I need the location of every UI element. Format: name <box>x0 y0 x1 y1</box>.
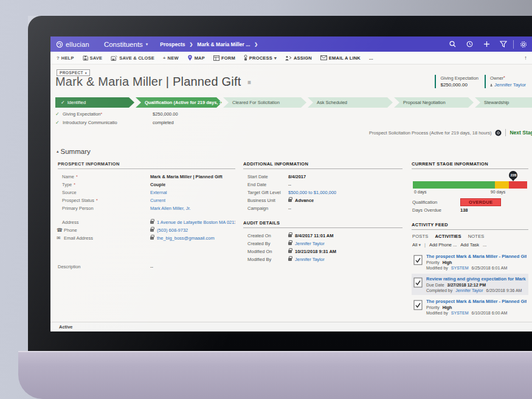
task-icon <box>413 277 423 293</box>
save-and-close-button[interactable]: SAVE & CLOSE <box>111 55 154 61</box>
lock-icon <box>288 199 292 202</box>
prospect-information-heading: PROSPECT INFORMATION <box>58 161 235 169</box>
add-task-button[interactable]: Add Task <box>460 242 479 248</box>
process-options-icon[interactable] <box>495 130 502 136</box>
field-value-link[interactable]: 1 Avenue de Lafayette Boston MA 02111-17… <box>150 218 235 226</box>
breadcrumb-record[interactable]: Mark & Maria Miller ... <box>197 41 250 47</box>
desk-scene: ellucian Constituents ▾ Prospects ❯ Mark… <box>0 0 532 399</box>
help-button[interactable]: ? HELP <box>57 55 74 61</box>
field-row-qualification-status: Qualification OVERDUE <box>412 198 528 206</box>
field-value[interactable]: 8/4/2017 <box>288 173 306 181</box>
giving-expectation-value[interactable]: $250,000.00 <box>440 82 478 88</box>
activity-title-link[interactable]: The prospect Mark & Maria Miller - Plann… <box>426 254 527 259</box>
field-row-phone: ☎Phone (503) 608-9732 <box>58 226 235 234</box>
field-value-link[interactable]: $500,000 to $1,000,000 <box>288 189 336 196</box>
stage-qualification[interactable]: Qualification (Active for 219 days, 18 h… <box>136 97 222 108</box>
activity-feed-tabs: POSTS ACTIVITIES NOTES <box>412 234 528 239</box>
form-grid-icon <box>213 55 219 61</box>
field-value[interactable]: -- <box>288 204 291 212</box>
field-value-link[interactable]: Jennifer Taylor <box>288 255 325 263</box>
field-value[interactable]: -- <box>288 181 291 189</box>
user-link[interactable]: SYSTEM <box>451 311 469 315</box>
assign-people-icon <box>285 55 292 61</box>
activity-feed-heading: ACTIVITY FEED <box>412 222 528 230</box>
nav-divider <box>513 40 514 49</box>
field-row-email: ✉Email Address the_big_boss@gmaaail.com <box>58 234 235 242</box>
settings-gear-icon[interactable] <box>515 36 532 52</box>
field-value-link[interactable]: (503) 608-9732 <box>150 226 188 234</box>
stage-ask-scheduled[interactable]: Ask Scheduled <box>308 97 393 108</box>
brand-logo[interactable]: ellucian <box>50 41 97 48</box>
stage-duration-bar: 228 0 days 90 days <box>413 181 527 196</box>
field-value[interactable]: Mark & Maria Miller | Planned Gift <box>150 173 223 181</box>
field-row-prospect-status: Prospect Status* Current <box>58 196 235 204</box>
field-value[interactable]: Couple <box>150 181 165 189</box>
more-commands-button[interactable]: ... <box>369 55 373 61</box>
tab-posts[interactable]: POSTS <box>412 234 428 239</box>
chevron-down-icon: ▾ <box>274 55 277 61</box>
field-row-created-on: Created On 8/4/2017 11:01 AM <box>243 232 402 240</box>
user-link[interactable]: SYSTEM <box>451 266 469 270</box>
field-value-link[interactable]: External <box>150 189 167 196</box>
checklist-value[interactable]: completed <box>153 119 174 127</box>
activity-item-selected[interactable]: Review rating and giving expectation for… <box>412 274 528 295</box>
field-value[interactable]: 10/21/2018 9:31 AM <box>288 248 336 255</box>
next-stage-button[interactable]: Next Stage ▸ <box>510 130 532 136</box>
chevron-right-icon: ❯ <box>254 42 258 47</box>
activity-title-link[interactable]: The prospect Mark & Maria Miller - Plann… <box>426 299 527 304</box>
email-link-button[interactable]: EMAIL A LINK <box>320 55 361 61</box>
field-value-link[interactable]: the_big_boss@gmaaail.com <box>150 234 215 242</box>
summary-section-heading[interactable]: ▴Summary <box>57 148 91 155</box>
activity-item[interactable]: The prospect Mark & Maria Miller - Plann… <box>412 296 528 317</box>
divider <box>505 129 506 136</box>
stage-stewardship[interactable]: Stewardship <box>475 97 532 108</box>
field-value-link[interactable]: Jennifer Taylor <box>288 240 325 248</box>
page-title: Mark & Maria Miller | Planned Gift ≡ <box>55 75 251 89</box>
field-row-source: Source External <box>58 189 235 196</box>
filter-icon[interactable] <box>495 36 512 52</box>
checklist-value[interactable]: $250,000.00 <box>153 110 178 119</box>
help-icon: ? <box>57 55 60 61</box>
save-close-icon <box>111 55 117 61</box>
field-row-name: Name* Mark & Maria Miller | Planned Gift <box>58 173 235 181</box>
process-button[interactable]: PROCESS ▾ <box>244 55 277 61</box>
monitor-stand-chin <box>18 351 532 399</box>
new-button[interactable]: + NEW <box>163 55 179 61</box>
activity-title-link[interactable]: Review rating and giving expectation for… <box>426 276 527 282</box>
save-button[interactable]: SAVE <box>83 55 103 61</box>
map-button[interactable]: MAP <box>187 55 205 61</box>
filter-all-dropdown[interactable]: All ▾ <box>412 242 421 248</box>
stage-identified[interactable]: ✓Identified <box>55 97 134 108</box>
check-icon: ✓ <box>61 100 65 105</box>
bar-segment-overdue <box>509 181 527 189</box>
app-menu-constituents[interactable]: Constituents ▾ <box>97 36 155 52</box>
more-actions-button[interactable]: ... <box>483 242 486 248</box>
field-value-link[interactable]: Mark Allen Miller, Jr. <box>150 204 191 212</box>
collapse-ribbon-icon[interactable]: ↑ <box>524 55 527 61</box>
owner-label: Owner* <box>490 75 526 81</box>
assign-button[interactable]: ASSIGN <box>285 55 312 61</box>
user-link[interactable]: Jennifer Taylor <box>455 288 483 293</box>
add-phone-call-button[interactable]: Add Phone ... <box>429 242 457 248</box>
form-selector-icon[interactable]: ≡ <box>247 79 251 86</box>
search-icon[interactable] <box>444 36 461 52</box>
owner-value[interactable]: Jennifer Taylor <box>490 82 526 88</box>
breadcrumb-prospects[interactable]: Prospects <box>160 41 185 47</box>
quick-create-plus-icon[interactable] <box>478 36 495 52</box>
email-link-icon <box>320 55 327 60</box>
lock-icon <box>150 229 154 232</box>
tab-notes[interactable]: NOTES <box>468 234 485 239</box>
tab-activities[interactable]: ACTIVITIES <box>435 234 461 239</box>
activity-item[interactable]: The prospect Mark & Maria Miller - Plann… <box>412 251 528 272</box>
stage-proposal-negotiation[interactable]: Proposal Negotiation <box>394 97 474 108</box>
additional-information-heading: ADDITIONAL INFORMATION <box>243 161 402 169</box>
save-icon <box>83 55 88 61</box>
bar-segment-warning <box>495 181 509 189</box>
form-button[interactable]: FORM <box>213 55 235 61</box>
field-value[interactable]: -- <box>150 263 153 271</box>
stage-cleared-for-solicitation[interactable]: Cleared For Solicitation <box>223 97 306 108</box>
field-value[interactable]: 8/4/2017 11:01 AM <box>288 232 334 240</box>
field-value-link[interactable]: Current <box>150 196 165 204</box>
field-value[interactable]: Advance <box>288 196 314 204</box>
recent-history-icon[interactable] <box>461 36 478 52</box>
